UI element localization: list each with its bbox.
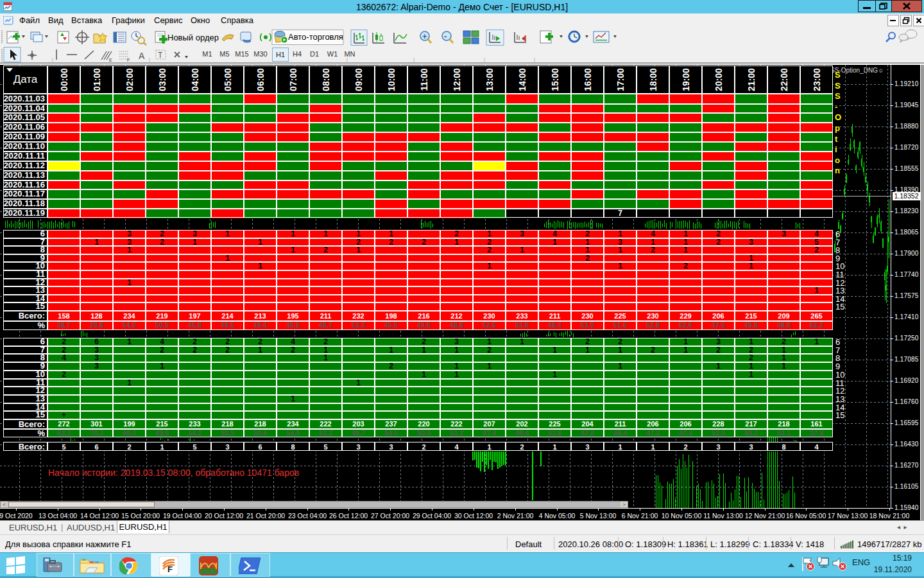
svg-text:-: - (444, 31, 447, 41)
svg-text:Новый ордер: Новый ордер (167, 33, 219, 42)
svg-text:F: F (127, 58, 130, 62)
svg-text:A: A (139, 51, 145, 61)
svg-text:+: + (422, 31, 427, 41)
svg-text:Авто-торговля: Авто-торговля (288, 32, 343, 42)
svg-text:F: F (167, 565, 173, 574)
svg-text:E: E (109, 58, 112, 62)
svg-text:T: T (158, 51, 163, 60)
